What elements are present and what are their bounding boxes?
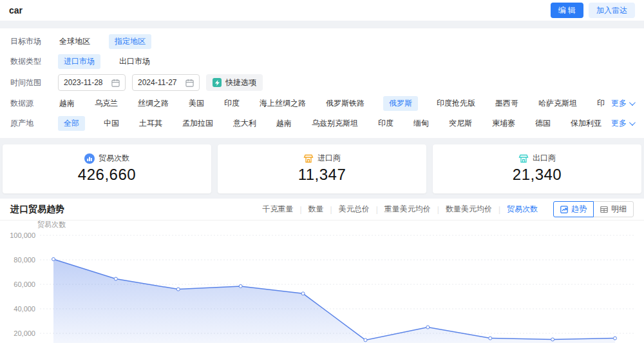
filter-option[interactable]: 指定地区 — [109, 34, 151, 49]
trend-chart: 贸易次数020,00040,00060,00080,000100,0002023… — [0, 220, 644, 343]
filter-option[interactable]: 印度抢先版 — [435, 96, 477, 111]
metric-link[interactable]: 数量 — [302, 204, 330, 215]
filter-option[interactable]: 中国 — [102, 116, 120, 131]
data-point-marker[interactable] — [114, 277, 117, 280]
filter-option[interactable]: 印度 — [223, 96, 241, 111]
filter-option[interactable]: 俄罗斯 — [383, 96, 418, 111]
filter-option[interactable]: 海上丝绸之路 — [258, 96, 307, 111]
metric-link[interactable]: 美元总价 — [332, 204, 376, 215]
calendar-icon — [185, 79, 194, 87]
filter-option[interactable]: 保加利亚 — [569, 116, 603, 131]
top-bar: car 编 辑 加入雷达 — [0, 0, 644, 21]
trend-view-icon — [560, 206, 568, 213]
edit-button[interactable]: 编 辑 — [551, 3, 583, 18]
data-point-marker[interactable] — [364, 338, 367, 342]
stat-value: 21,340 — [433, 166, 641, 184]
detail-view-icon — [600, 206, 608, 213]
filter-option[interactable]: 意大利 — [232, 116, 258, 131]
filter-option[interactable]: 乌兹别克斯坦 — [310, 116, 359, 131]
chevron-down-icon — [629, 119, 636, 126]
filter-options: 全部中国土耳其孟加拉国意大利越南乌兹别克斯坦印度缅甸突尼斯柬埔寨德国保加利亚葡萄… — [58, 116, 605, 131]
stat-value: 426,660 — [3, 166, 211, 184]
stat-cards: 贸易次数 426,660 进口商 11,347 出口商 21,340 — [0, 138, 644, 196]
metric-link[interactable]: 千克重量 — [256, 204, 299, 215]
chart-metric-switcher: 千克重量|数量|美元总价|重量美元均价|数量美元均价|贸易次数 趋势 明细 — [256, 201, 634, 217]
add-to-radar-button[interactable]: 加入雷达 — [589, 3, 635, 18]
quick-options-icon — [213, 78, 222, 87]
filter-options: 全球地区 指定地区 — [58, 34, 634, 49]
filter-options: 进口市场 出口市场 — [58, 54, 634, 69]
metric-links: 千克重量|数量|美元总价|重量美元均价|数量美元均价|贸易次数 — [256, 204, 544, 215]
filter-option[interactable]: 越南 — [275, 116, 293, 131]
metric-link[interactable]: 重量美元均价 — [378, 204, 437, 215]
chart-header: 进口贸易趋势 千克重量|数量|美元总价|重量美元均价|数量美元均价|贸易次数 趋… — [0, 199, 644, 220]
filter-option[interactable]: 墨西哥 — [494, 96, 520, 111]
filter-option[interactable]: 印度 — [377, 116, 395, 131]
data-point-marker[interactable] — [426, 326, 430, 329]
filter-option[interactable]: 孟加拉国 — [181, 116, 214, 131]
filter-option[interactable]: 德国 — [534, 116, 552, 131]
data-point-marker[interactable] — [551, 338, 554, 341]
metric-link[interactable]: 贸易次数 — [500, 204, 544, 215]
start-date-input[interactable] — [58, 74, 126, 91]
filter-option[interactable]: 乌克兰 — [93, 96, 119, 111]
start-date-value[interactable] — [64, 78, 111, 87]
data-point-marker[interactable] — [52, 258, 55, 261]
importer-icon — [303, 153, 314, 164]
filter-option[interactable]: 进口市场 — [58, 54, 100, 69]
data-point-marker[interactable] — [614, 337, 617, 340]
more-link[interactable]: 更多 — [605, 98, 634, 109]
data-point-marker[interactable] — [301, 292, 305, 295]
data-point-marker[interactable] — [176, 288, 180, 291]
data-point-marker[interactable] — [489, 337, 492, 340]
y-tick-label: 80,000 — [14, 256, 35, 264]
trend-view-button[interactable]: 趋势 — [553, 201, 594, 217]
filter-option[interactable]: 柬埔寨 — [491, 116, 516, 131]
metric-link[interactable]: 数量美元均价 — [439, 204, 498, 215]
filter-label: 数据源 — [10, 98, 58, 109]
filter-row-target-market: 目标市场 全球地区 指定地区 — [10, 32, 634, 52]
more-label: 更多 — [611, 118, 627, 129]
stat-head: 进口商 — [218, 153, 426, 164]
filter-row-time-range: 时间范围 快捷选项 — [10, 72, 634, 93]
stat-head: 出口商 — [433, 153, 641, 164]
filter-option[interactable]: 丝绸之路 — [137, 96, 170, 111]
filter-option[interactable]: 印度尼西亚定制版 — [596, 96, 605, 111]
stat-card-trade-count: 贸易次数 426,660 — [3, 144, 211, 193]
filter-option[interactable]: 哈萨克斯坦 — [537, 96, 578, 111]
filter-option[interactable]: 突尼斯 — [448, 116, 473, 131]
end-date-value[interactable] — [138, 78, 185, 87]
filter-row-data-type: 数据类型 进口市场 出口市场 — [10, 52, 634, 72]
filter-option[interactable]: 俄罗斯铁路 — [325, 96, 366, 111]
stat-card-importers: 进口商 11,347 — [218, 144, 426, 193]
filter-row-origin: 原产地 全部中国土耳其孟加拉国意大利越南乌兹别克斯坦印度缅甸突尼斯柬埔寨德国保加… — [10, 113, 634, 133]
y-axis-title: 贸易次数 — [37, 220, 66, 228]
filter-option[interactable]: 全球地区 — [58, 34, 91, 49]
more-link[interactable]: 更多 — [605, 118, 634, 129]
y-tick-label: 40,000 — [14, 305, 35, 313]
quick-options-button[interactable]: 快捷选项 — [206, 74, 263, 91]
more-label: 更多 — [611, 98, 627, 109]
filter-option[interactable]: 美国 — [187, 96, 205, 111]
detail-view-button[interactable]: 明细 — [593, 201, 634, 217]
stat-value: 11,347 — [218, 166, 426, 184]
trend-view-label: 趋势 — [571, 204, 587, 215]
calendar-icon — [111, 79, 120, 87]
filter-option[interactable]: 出口市场 — [118, 54, 151, 69]
detail-view-label: 明细 — [611, 204, 627, 215]
filter-row-data-source: 数据源 越南乌克兰丝绸之路美国印度海上丝绸之路俄罗斯铁路俄罗斯印度抢先版墨西哥哈… — [10, 93, 634, 113]
quick-options-label: 快捷选项 — [225, 77, 256, 88]
filter-option[interactable]: 缅甸 — [412, 116, 430, 131]
stat-card-exporters: 出口商 21,340 — [433, 144, 641, 193]
filter-option[interactable]: 全部 — [58, 116, 85, 131]
y-tick-label: 60,000 — [14, 280, 35, 288]
filter-label: 数据类型 — [10, 56, 58, 67]
view-toggle: 趋势 明细 — [553, 201, 634, 217]
exporter-icon — [518, 153, 529, 164]
filter-option[interactable]: 土耳其 — [138, 116, 164, 131]
bar-chart-icon — [84, 153, 95, 164]
data-point-marker[interactable] — [239, 284, 242, 288]
stat-label: 进口商 — [317, 153, 341, 164]
filter-option[interactable]: 越南 — [58, 96, 76, 111]
end-date-input[interactable] — [132, 74, 200, 91]
